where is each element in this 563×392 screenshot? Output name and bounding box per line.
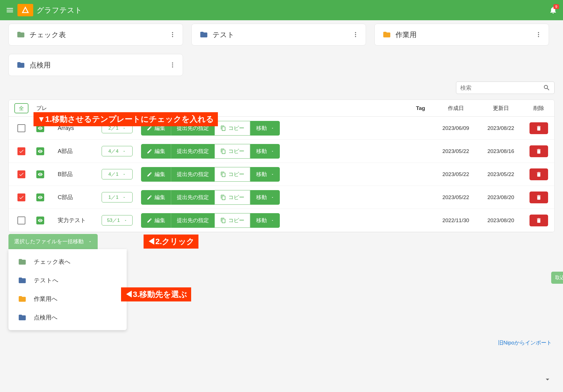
folder-card-1[interactable]: テスト [191, 24, 366, 46]
dropdown-item-1[interactable]: テストへ [8, 271, 127, 290]
annotation-2: ◀2.クリック [144, 235, 198, 249]
folder-card-2[interactable]: 作業用 [374, 24, 549, 46]
submit-button[interactable]: 提出先の指定 [171, 190, 215, 205]
created-date: 2022/11/30 [433, 217, 478, 224]
template-name: A部品 [57, 147, 102, 155]
footer: 旧Nipoからインポート [0, 334, 563, 352]
svg-point-10 [172, 64, 173, 66]
th-created: 作成日 [433, 105, 478, 112]
ratio-button[interactable]: 1／1 [102, 192, 133, 202]
row-checkbox[interactable] [17, 170, 25, 178]
row-checkbox[interactable] [17, 147, 25, 155]
ratio-button[interactable]: 53／1 [102, 215, 133, 226]
folder-name: テスト [213, 30, 234, 39]
submit-button[interactable]: 提出先の指定 [171, 144, 215, 159]
template-name: 実力テスト [57, 217, 102, 224]
updated-date: 2023/08/20 [478, 217, 523, 224]
th-select-all: 全 [9, 103, 34, 113]
svg-point-9 [172, 62, 173, 64]
edit-button[interactable]: 編集 [141, 190, 171, 205]
more-icon[interactable] [352, 31, 359, 38]
ratio-button[interactable]: 4／1 [102, 169, 133, 179]
preview-icon[interactable] [36, 147, 44, 155]
template-table: 全 プレ Tag 作成日 更新日 削除 ▼1.移動させるテンプレートにチェックを… [8, 100, 555, 232]
select-all-button[interactable]: 全 [14, 103, 28, 113]
preview-icon[interactable] [36, 193, 44, 201]
th-updated: 更新日 [478, 105, 523, 112]
search-box[interactable] [456, 82, 555, 94]
svg-point-5 [355, 36, 356, 37]
edit-button[interactable]: 編集 [141, 213, 171, 228]
delete-button[interactable] [530, 122, 548, 134]
preview-icon[interactable] [36, 170, 44, 178]
action-group: 編集 提出先の指定 コピー 移動 [141, 167, 280, 182]
notification-badge[interactable]: 9 [553, 4, 559, 9]
action-group: 編集 提出先の指定 コピー 移動 [141, 213, 280, 228]
folder-name: 作業用 [396, 30, 417, 39]
svg-point-11 [172, 66, 173, 67]
svg-point-8 [538, 36, 539, 37]
copy-button[interactable]: コピー [215, 213, 250, 228]
submit-button[interactable]: 提出先の指定 [171, 213, 215, 228]
folder-card-0[interactable]: チェック表 [8, 24, 183, 46]
import-link[interactable]: 旧Nipoからインポート [498, 339, 552, 346]
row-checkbox[interactable] [17, 193, 25, 201]
edit-button[interactable]: 編集 [141, 144, 171, 159]
annotation-1: ▼1.移動させるテンプレートにチェックを入れる [33, 112, 218, 126]
submit-button[interactable]: 提出先の指定 [171, 167, 215, 182]
dropdown-label: テストへ [34, 276, 59, 284]
updated-date: 2023/05/22 [478, 171, 523, 177]
table-row: C部品 1／1 編集 提出先の指定 コピー 移動 2023/05/22 2023… [9, 186, 554, 209]
bulk-move-button[interactable]: 選択したファイルを一括移動 [8, 234, 98, 249]
svg-point-6 [538, 32, 539, 33]
folder-name: チェック表 [30, 30, 66, 39]
more-icon[interactable] [169, 62, 176, 68]
svg-point-7 [538, 34, 539, 35]
dropdown-item-0[interactable]: チェック表へ [8, 253, 127, 271]
search-icon[interactable] [543, 84, 550, 91]
dropdown-item-2[interactable]: 作業用へ [8, 290, 127, 308]
move-button[interactable]: 移動 [250, 213, 280, 228]
delete-button[interactable] [530, 145, 548, 157]
app-logo[interactable] [17, 4, 33, 16]
csv-import-button[interactable]: 取込 [551, 272, 563, 284]
dropdown-label: 作業用へ [34, 295, 58, 303]
more-icon[interactable] [169, 31, 176, 38]
more-icon[interactable] [535, 31, 542, 38]
search-input[interactable] [460, 85, 543, 91]
delete-button[interactable] [530, 168, 548, 180]
menu-icon[interactable] [6, 6, 14, 14]
delete-button[interactable] [530, 192, 548, 203]
copy-button[interactable]: コピー [215, 167, 250, 182]
move-button[interactable]: 移動 [250, 144, 280, 159]
app-title: グラフテスト [37, 5, 82, 15]
row-checkbox[interactable] [17, 217, 25, 224]
template-name: B部品 [57, 170, 102, 178]
ratio-button[interactable]: 4／4 [102, 146, 133, 156]
dropdown-item-3[interactable]: 点検用へ [8, 308, 127, 327]
copy-button[interactable]: コピー [215, 121, 250, 136]
folder-card-3[interactable]: 点検用 [8, 54, 183, 76]
copy-button[interactable]: コピー [215, 190, 250, 205]
template-name: C部品 [57, 193, 102, 201]
created-date: 2023/05/22 [433, 194, 478, 200]
delete-button[interactable] [530, 215, 548, 226]
created-date: 2023/06/09 [433, 125, 478, 131]
move-button[interactable]: 移動 [250, 190, 280, 205]
action-group: 編集 提出先の指定 コピー 移動 [141, 190, 280, 205]
preview-icon[interactable] [36, 217, 44, 224]
th-tag: Tag [408, 105, 433, 111]
action-group: 編集 提出先の指定 コピー 移動 [141, 144, 280, 159]
svg-point-4 [355, 34, 356, 35]
move-button[interactable]: 移動 [250, 121, 280, 136]
table-row: B部品 4／1 編集 提出先の指定 コピー 移動 2023/05/22 2023… [9, 163, 554, 186]
copy-button[interactable]: コピー [215, 144, 250, 159]
created-date: 2023/05/22 [433, 148, 478, 154]
move-button[interactable]: 移動 [250, 167, 280, 182]
row-checkbox[interactable] [17, 124, 25, 132]
svg-point-3 [355, 32, 356, 33]
table-row: 実力テスト 53／1 編集 提出先の指定 コピー 移動 2022/11/30 2… [9, 209, 554, 232]
chevron-down-icon[interactable] [543, 375, 552, 384]
edit-button[interactable]: 編集 [141, 167, 171, 182]
annotation-3: ◀3.移動先を選ぶ [121, 287, 191, 301]
